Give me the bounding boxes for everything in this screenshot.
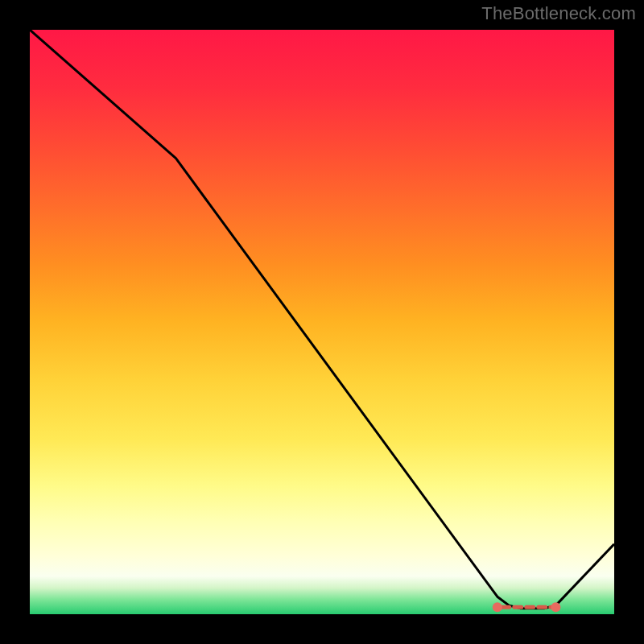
attribution-label: TheBottleneck.com [481,3,636,24]
optimal-range-cap-left [493,602,502,612]
chart-frame: TheBottleneck.com [0,0,644,644]
gradient-background [30,30,614,614]
optimal-range-cap-right [551,602,560,612]
plot-area [30,30,614,614]
chart-svg [30,30,614,614]
